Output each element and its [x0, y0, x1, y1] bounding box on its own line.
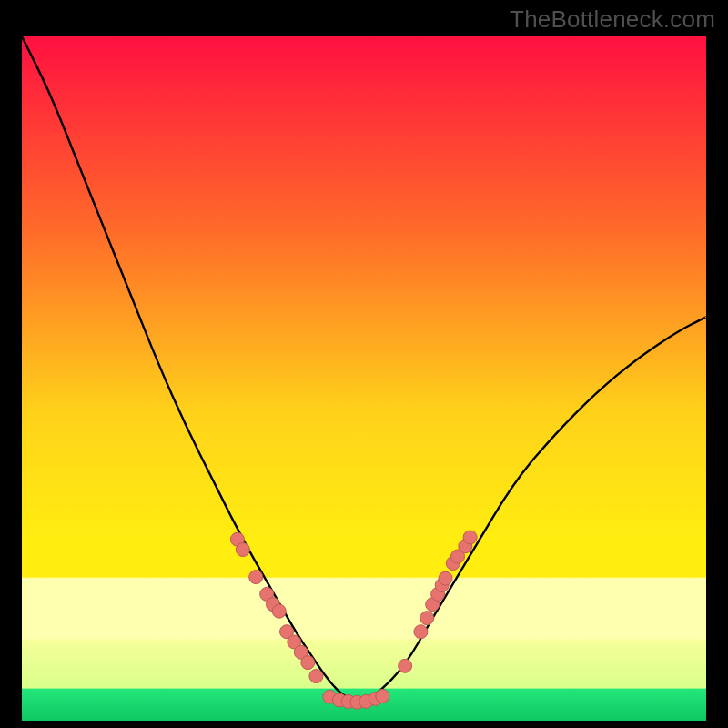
curve-dot: [439, 571, 452, 585]
curve-dot: [376, 689, 389, 703]
curve-dot: [420, 612, 434, 625]
watermark-text: TheBottleneck.com: [510, 5, 715, 34]
curve-dot: [236, 543, 249, 557]
curve-dot: [301, 656, 315, 670]
bottleneck-chart: [22, 36, 706, 721]
chart-frame: [22, 36, 706, 721]
curve-dot: [399, 659, 412, 672]
curve-dot: [249, 571, 263, 584]
curve-dot: [463, 531, 477, 544]
curve-dot: [309, 670, 323, 683]
curve-dot: [414, 625, 428, 639]
gradient-background: [22, 36, 706, 721]
curve-dot: [272, 604, 286, 618]
